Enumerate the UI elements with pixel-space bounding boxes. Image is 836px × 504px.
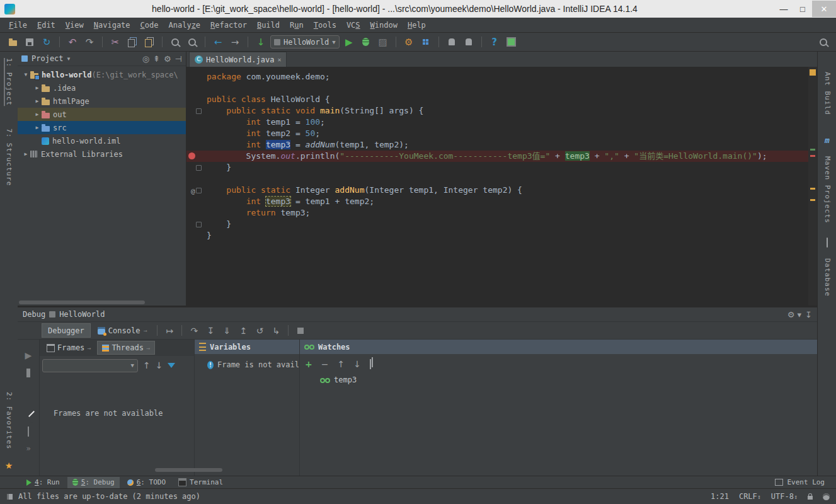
duplicate-watch-icon[interactable]: [370, 360, 371, 369]
menu-item-window[interactable]: Window: [365, 18, 403, 33]
sdk-manager-icon[interactable]: [444, 35, 459, 50]
gear-icon[interactable]: ⚙ ▾: [787, 310, 801, 319]
tree-item-htmlpage[interactable]: ▶htmlPage: [18, 94, 186, 108]
gutter-line-13[interactable]: [186, 207, 203, 219]
paste-icon[interactable]: [142, 35, 157, 50]
step-over-icon[interactable]: ↷: [186, 326, 202, 336]
frame-up-icon[interactable]: ↑: [143, 360, 151, 370]
menu-item-edit[interactable]: Edit: [32, 18, 60, 33]
tree-item-hello-world[interactable]: ▼hello-world (E:\git_work_space\: [18, 68, 186, 81]
tree-item-external-libraries[interactable]: ▶External Libraries: [18, 147, 186, 161]
fold-marker-icon[interactable]: [196, 108, 202, 114]
breakpoint-icon[interactable]: [188, 152, 195, 159]
run-icon[interactable]: ▶: [341, 35, 357, 50]
cut-icon[interactable]: ✂: [108, 35, 123, 50]
expand-arrow-icon[interactable]: ▶: [21, 151, 30, 157]
caret-position[interactable]: 1:21: [711, 492, 729, 501]
redo-icon[interactable]: ↷: [82, 35, 97, 50]
watches-header[interactable]: Watches: [300, 340, 817, 354]
project-tree-hscrollbar[interactable]: [19, 301, 145, 304]
inspection-status-icon[interactable]: [810, 69, 816, 76]
minimize-button[interactable]: —: [774, 2, 793, 16]
android-sync-icon[interactable]: [504, 35, 519, 50]
show-execution-point-icon[interactable]: ↦: [162, 326, 177, 336]
find-icon[interactable]: [168, 35, 183, 50]
favorites-star-icon[interactable]: ★: [5, 461, 13, 471]
filter-icon[interactable]: [168, 363, 175, 368]
forward-icon[interactable]: →: [227, 35, 243, 50]
gear-icon[interactable]: ⚙: [164, 54, 171, 64]
gutter-line-15[interactable]: [186, 230, 203, 241]
gutter-line-4[interactable]: [186, 105, 203, 117]
database-icon[interactable]: [827, 238, 828, 247]
gutter-line-12[interactable]: [186, 196, 203, 207]
gutter-line-6[interactable]: [186, 128, 203, 139]
toolwindow-database-button[interactable]: Database: [823, 258, 832, 297]
toolwindow-maven-button[interactable]: Maven Projects: [823, 156, 832, 224]
menu-item-navigate[interactable]: Navigate: [89, 18, 135, 33]
move-watch-up-icon[interactable]: ↑: [337, 359, 345, 369]
lock-icon[interactable]: [808, 496, 813, 500]
close-button[interactable]: ✕: [812, 1, 836, 17]
move-watch-down-icon[interactable]: ↓: [353, 359, 361, 369]
watch-item-temp3[interactable]: temp3: [300, 369, 817, 384]
tree-item--idea[interactable]: ▶.idea: [18, 81, 186, 94]
line-ending-selector[interactable]: CRLF↕: [739, 492, 761, 501]
settings-icon[interactable]: ⚙: [401, 35, 416, 50]
debug-icon[interactable]: [358, 35, 374, 50]
maximize-button[interactable]: □: [793, 2, 812, 16]
gutter-line-3[interactable]: [186, 94, 203, 105]
help-icon[interactable]: ?: [487, 35, 502, 50]
drop-frame-icon[interactable]: ↺: [252, 326, 267, 336]
gutter-line-11[interactable]: @: [186, 185, 203, 196]
gutter-line-5[interactable]: [186, 117, 203, 128]
tab-threads[interactable]: Threads →: [97, 341, 155, 355]
variables-header[interactable]: Variables: [195, 340, 299, 354]
collapse-all-icon[interactable]: ⇞: [153, 54, 160, 64]
toolwindow-button-5-debug[interactable]: 5: Debug: [67, 477, 120, 488]
toolwindow-favorites-button[interactable]: 2: Favorites: [5, 392, 13, 449]
gutter-line-9[interactable]: [186, 162, 203, 173]
event-log-button[interactable]: Event Log: [775, 478, 825, 486]
menu-item-help[interactable]: Help: [403, 18, 431, 33]
gutter-line-7[interactable]: [186, 139, 203, 151]
toolwindow-project-button[interactable]: 1: Project: [5, 58, 13, 106]
menu-item-vcs[interactable]: VCS: [341, 18, 365, 33]
run-to-cursor-icon[interactable]: ↳: [268, 326, 283, 336]
collapse-arrow-icon[interactable]: ▼: [21, 72, 30, 77]
force-step-into-icon[interactable]: ⇓: [219, 326, 234, 336]
synchronize-icon[interactable]: ↻: [39, 35, 54, 50]
editor-tab-helloworld[interactable]: HelloWorld.java ✕: [189, 52, 287, 67]
toolwindow-ant-button[interactable]: Ant Build: [823, 72, 832, 115]
fold-marker-icon[interactable]: [196, 222, 202, 227]
editor-vscrollbar[interactable]: [808, 67, 817, 306]
evaluate-stop-icon[interactable]: [293, 326, 308, 336]
expand-arrow-icon[interactable]: ▶: [33, 112, 42, 117]
toolwindow-switcher-icon[interactable]: [6, 493, 13, 500]
toolwindow-structure-button[interactable]: 7: Structure: [5, 129, 13, 186]
frame-down-icon[interactable]: ↓: [156, 360, 163, 370]
debug-hscrollbar[interactable]: [155, 468, 222, 472]
tree-item-src[interactable]: ▶src: [18, 121, 186, 134]
fold-marker-icon[interactable]: [196, 165, 202, 171]
pause-icon[interactable]: [26, 369, 30, 377]
encoding-selector[interactable]: UTF-8↕: [771, 492, 798, 501]
gutter-line-14[interactable]: [186, 219, 203, 230]
expand-arrow-icon[interactable]: ▶: [33, 85, 42, 91]
gutter-line-8[interactable]: [186, 151, 203, 162]
copy-icon[interactable]: [125, 35, 140, 50]
gutter-line-2[interactable]: [186, 83, 203, 94]
menu-item-code[interactable]: Code: [135, 18, 164, 33]
menu-item-view[interactable]: View: [60, 18, 89, 33]
menu-item-refactor[interactable]: Refactor: [205, 18, 252, 33]
toolwindow-button-6-todo[interactable]: 6: TODO: [122, 477, 171, 488]
step-out-icon[interactable]: ↥: [236, 326, 251, 336]
gutter-line-10[interactable]: [186, 173, 203, 185]
gutter-line-1[interactable]: [186, 71, 203, 83]
restore-layout-icon[interactable]: [28, 427, 29, 436]
tree-item-out[interactable]: ▶out: [18, 108, 186, 121]
maven-icon[interactable]: m: [825, 135, 830, 145]
tab-debugger[interactable]: Debugger: [42, 323, 91, 338]
replace-icon[interactable]: [185, 35, 200, 50]
locate-icon[interactable]: ◎: [142, 54, 149, 64]
